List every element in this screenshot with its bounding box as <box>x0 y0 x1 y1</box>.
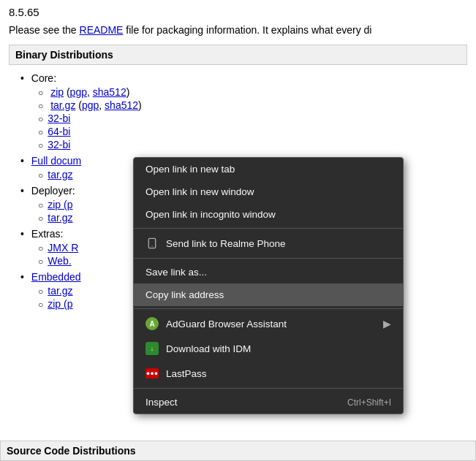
copy-link-item[interactable]: Copy link address <box>134 283 403 306</box>
pgp-link2[interactable]: pgp <box>82 99 99 111</box>
open-incognito-label: Open link in incognito window <box>146 209 276 220</box>
open-new-tab-label: Open link in new tab <box>146 164 235 175</box>
sha512-link[interactable]: sha512 <box>93 86 126 98</box>
lastpass-item[interactable]: ●●● LastPass <box>134 361 403 386</box>
extras-label: Extras: <box>31 228 64 240</box>
list-item: 32-bi <box>38 113 467 124</box>
zip-link[interactable]: zip <box>50 86 64 98</box>
core-label: Core: <box>31 72 56 84</box>
open-new-tab-item[interactable]: Open link in new tab <box>134 158 403 180</box>
deployer-tar-link[interactable]: tar.gz <box>48 212 72 224</box>
embedded-tar-link[interactable]: tar.gz <box>48 285 72 297</box>
list-item-core: Core: zip (pgp, sha512) tar.gz (pgp, sha… <box>20 72 467 151</box>
binary-section-header: Binary Distributions <box>9 45 467 65</box>
send-to-phone-label: Send link to Realme Phone <box>166 238 286 249</box>
open-incognito-item[interactable]: Open link in incognito window <box>134 203 403 226</box>
open-new-window-item[interactable]: Open link in new window <box>134 180 403 203</box>
32bit-link[interactable]: 32-bi <box>48 113 70 124</box>
send-to-phone-item[interactable]: Send link to Realme Phone <box>134 231 403 256</box>
fulldoc-tar-link[interactable]: tar.gz <box>48 169 72 180</box>
divider-3 <box>134 308 403 309</box>
context-menu: Open link in new tab Open link in new wi… <box>133 157 404 414</box>
lastpass-icon: ●●● <box>146 367 159 380</box>
inspect-item[interactable]: Inspect Ctrl+Shift+I <box>134 391 403 414</box>
readme-link[interactable]: README <box>80 24 124 36</box>
pgp-link[interactable]: pgp <box>70 86 87 98</box>
deployer-zip-link[interactable]: zip (p <box>48 199 72 210</box>
divider-1 <box>134 228 403 229</box>
fulldoc-link[interactable]: Full docum <box>31 155 81 167</box>
targz-link[interactable]: tar.gz <box>50 99 75 111</box>
list-item: 64-bi <box>38 126 467 137</box>
divider-2 <box>134 258 403 259</box>
adguard-icon: A <box>146 317 159 330</box>
inspect-label: Inspect <box>146 397 178 408</box>
list-item: zip (pgp, sha512) <box>38 86 467 98</box>
divider-4 <box>134 388 403 389</box>
adguard-label: AdGuard Browser Assistant <box>166 319 287 329</box>
embedded-link[interactable]: Embedded <box>31 271 81 283</box>
save-link-label: Save link as... <box>146 267 207 278</box>
inspect-shortcut: Ctrl+Shift+I <box>347 397 391 408</box>
idm-icon: ↓ <box>146 342 159 355</box>
deployer-label: Deployer: <box>31 185 75 197</box>
web-link[interactable]: Web. <box>48 255 71 267</box>
idm-item[interactable]: ↓ Download with IDM <box>134 336 403 361</box>
adguard-item[interactable]: A AdGuard Browser Assistant ▶ <box>134 311 403 336</box>
32bit-link2[interactable]: 32-bi <box>48 139 70 151</box>
source-section-header: Source Code Distributions <box>0 441 476 461</box>
open-new-window-label: Open link in new window <box>146 186 254 197</box>
sha512-link2[interactable]: sha512 <box>105 99 138 111</box>
list-item: tar.gz (pgp, sha512) <box>38 99 467 111</box>
embedded-zip-link[interactable]: zip (p <box>48 298 72 310</box>
readme-line: Please see the README file for packaging… <box>9 24 467 36</box>
copy-link-label: Copy link address <box>146 289 224 300</box>
page-title: 8.5.65 <box>9 6 467 18</box>
64bit-link[interactable]: 64-bi <box>48 126 70 137</box>
save-link-item[interactable]: Save link as... <box>134 261 403 283</box>
list-item: 32-bi <box>38 139 467 151</box>
submenu-arrow-icon: ▶ <box>383 318 391 329</box>
jmx-link[interactable]: JMX R <box>48 242 78 254</box>
phone-icon <box>146 237 159 250</box>
idm-label: Download with IDM <box>166 343 251 354</box>
lastpass-label: LastPass <box>166 368 207 379</box>
core-sublist: zip (pgp, sha512) tar.gz (pgp, sha512) 3… <box>20 86 467 151</box>
